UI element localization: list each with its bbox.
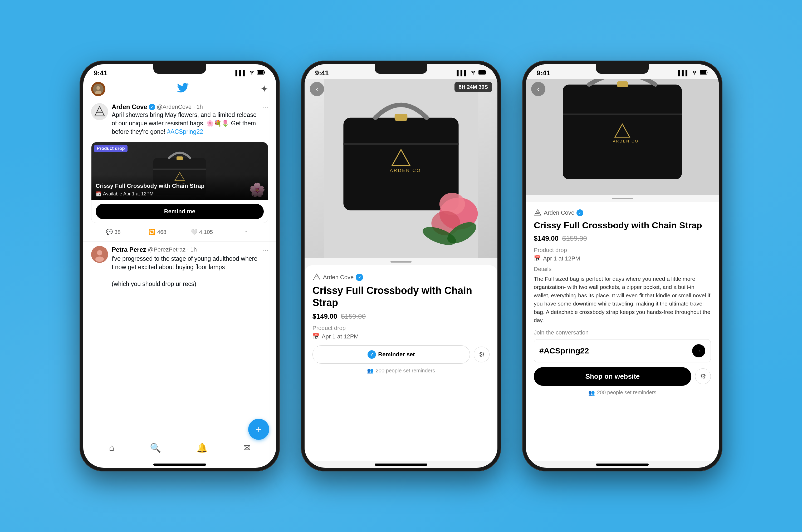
home-indicator-1 (153, 463, 206, 466)
product-card-1[interactable]: ARDEN CO 🌸 Product drop Crissy Full Cros… (91, 142, 268, 223)
back-button-2[interactable]: ‹ (310, 82, 324, 96)
signal-icon-3: ▌▌▌ (678, 70, 689, 76)
people-reminder-2: 👥 200 people set reminders (313, 367, 489, 374)
people-icon-2: 👥 (367, 367, 374, 374)
tweet-1-avatar[interactable] (91, 103, 108, 120)
remind-me-button[interactable]: Remind me (96, 204, 264, 219)
clock-icon-2: 📅 (313, 333, 320, 340)
people-icon-3: 👥 (588, 390, 595, 396)
bell-nav[interactable]: 🔔 (197, 442, 208, 453)
status-icons-3: ▌▌▌ (678, 70, 708, 76)
filter-button-2[interactable]: ⚙ (474, 347, 489, 362)
convo-label: Join the conversation (534, 329, 711, 336)
svg-rect-2 (258, 71, 263, 74)
wifi-icon-2 (470, 70, 477, 76)
notch-1 (153, 64, 206, 74)
product-availability: 📅 Available Apr 1 at 12PM (96, 191, 264, 197)
svg-text:ARDEN CO: ARDEN CO (390, 168, 421, 173)
tweet-2: Petra Perez @PerezPetraz · 1h i've progr… (83, 242, 276, 292)
tweet-1-actions: 💬 38 🔁 468 🤍 4,105 ↑ (91, 227, 268, 237)
wifi-icon-1 (249, 70, 255, 76)
home-nav[interactable]: ⌂ (109, 442, 114, 453)
battery-icon-3 (700, 70, 708, 76)
brand-logo-2 (313, 273, 321, 282)
user-avatar-small[interactable] (91, 82, 106, 96)
drop-date-3: 📅 Apr 1 at 12PM (534, 255, 711, 262)
people-reminder-3: 👥 200 people set reminders (534, 390, 711, 396)
back-button-3[interactable]: ‹ (531, 82, 545, 96)
share-action[interactable]: ↑ (224, 229, 268, 235)
svg-rect-23 (343, 143, 459, 145)
battery-icon-2 (479, 70, 487, 76)
tweet-2-handle: @PerezPetraz · 1h (148, 246, 197, 253)
signal-icon-2: ▌▌▌ (456, 70, 468, 76)
phone-3: 9:41 ▌▌▌ ‹ A (522, 61, 723, 471)
reminder-set-label: Reminder set (378, 351, 415, 358)
brand-name-3: Arden Cove (544, 209, 574, 216)
wifi-icon-3 (691, 70, 698, 76)
phone3-top-image: ‹ ARDEN CO (526, 79, 719, 195)
tweet-1-handle: @ArdenCove · 1h (157, 103, 203, 110)
svg-rect-41 (617, 81, 628, 87)
price-row-2: $149.00 $159.00 (313, 312, 489, 321)
shop-website-button[interactable]: Shop on website (534, 367, 691, 386)
hashtag-row[interactable]: #ACSpring22 → (534, 339, 711, 362)
phone-1: 9:41 ▌▌▌ ✦ (79, 61, 280, 471)
home-indicator-3 (596, 463, 649, 466)
timer-badge: 8H 24M 39S (454, 82, 492, 92)
price-current-2: $149.00 (313, 312, 337, 321)
battery-icon-1 (257, 70, 265, 76)
home-indicator-2 (375, 463, 427, 466)
tweet-2-name: Petra Perez (112, 246, 146, 253)
calendar-icon: 📅 (96, 191, 101, 197)
time-2: 9:41 (315, 69, 329, 77)
product-detail-sheet-2: Arden Cove ✓ Crissy Full Crossbody with … (304, 265, 498, 461)
hashtag-text: #ACSpring22 (539, 346, 589, 355)
tweet-2-avatar[interactable] (91, 246, 108, 263)
like-action[interactable]: 🤍 4,105 (180, 229, 224, 235)
bottom-nav: ⌂ 🔍 🔔 ✉ (83, 437, 276, 461)
tweet-1: Arden Cove ✓ @ArdenCove · 1h April showe… (83, 99, 276, 242)
twitter-logo (177, 82, 189, 96)
like-icon: 🤍 (191, 229, 198, 235)
product-image-1: ARDEN CO 🌸 Product drop Crissy Full Cros… (91, 142, 268, 200)
verified-badge-2: ✓ (356, 274, 363, 281)
scroll-indicator-3 (612, 198, 633, 200)
svg-point-16 (97, 250, 102, 255)
svg-point-0 (251, 74, 253, 75)
tweet-1-hashtag[interactable]: #ACSpring22 (167, 128, 203, 135)
product-title-2: Crissy Full Crossbody with Chain Strap (313, 285, 489, 309)
tweet-2-more[interactable]: ··· (262, 246, 268, 254)
search-nav[interactable]: 🔍 (150, 442, 161, 453)
product-title-3: Crissy Full Crossbody with Chain Strap (534, 220, 711, 231)
price-current-3: $149.00 (534, 234, 559, 243)
svg-rect-40 (563, 114, 682, 115)
details-label: Details (534, 266, 711, 272)
filter-button-3[interactable]: ⚙ (695, 368, 711, 384)
svg-rect-12 (176, 156, 183, 160)
compose-button[interactable]: + (248, 419, 269, 440)
status-icons-2: ▌▌▌ (456, 70, 487, 76)
brand-name-2: Arden Cove (323, 274, 354, 281)
price-original-3: $159.00 (562, 234, 587, 243)
retweet-action[interactable]: 🔁 468 (135, 229, 180, 235)
brand-row-3: Arden Cove ✓ (534, 209, 711, 217)
shop-row: Shop on website ⚙ (534, 367, 711, 386)
product-detail-full: Arden Cove ✓ Crissy Full Crossbody with … (526, 202, 719, 461)
sparkle-icon[interactable]: ✦ (260, 83, 268, 95)
phone-2: 9:41 ▌▌▌ ‹ 8H 24M 39S (301, 61, 501, 471)
hashtag-arrow[interactable]: → (692, 344, 705, 357)
notch-3 (596, 64, 649, 74)
svg-point-35 (694, 74, 695, 75)
compose-icon: + (256, 424, 262, 435)
svg-rect-22 (343, 118, 459, 210)
price-row-3: $149.00 $159.00 (534, 234, 711, 243)
tweet-1-more[interactable]: ··· (262, 103, 268, 112)
svg-rect-20 (479, 71, 485, 74)
reminder-set-button[interactable]: ✓ Reminder set (313, 345, 470, 364)
svg-rect-37 (700, 71, 706, 74)
reply-action[interactable]: 💬 38 (91, 229, 135, 235)
mail-nav[interactable]: ✉ (243, 442, 250, 453)
time-3: 9:41 (537, 69, 550, 77)
price-original-2: $159.00 (341, 312, 366, 321)
